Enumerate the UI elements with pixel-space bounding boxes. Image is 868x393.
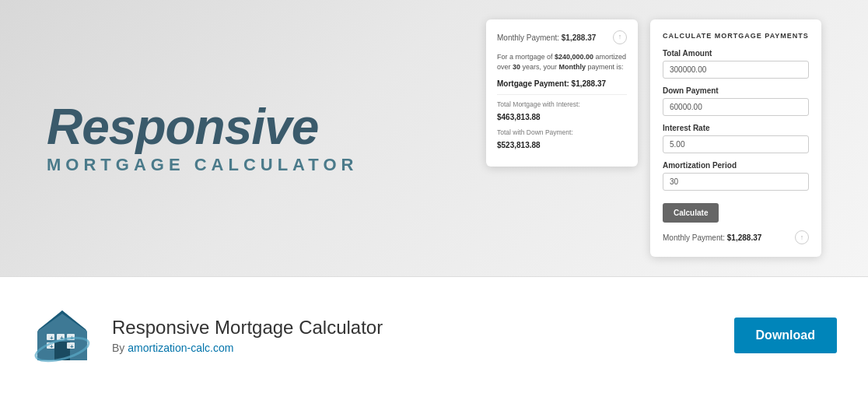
logo-title: Responsive (47, 102, 358, 152)
preview-payment-type: Monthly (559, 63, 586, 71)
preview-total-mortgage-value: $463,813.88 (497, 111, 627, 123)
preview-mortgage-label: Mortgage Payment: (497, 79, 569, 88)
input-amortization[interactable] (663, 173, 809, 191)
calc-monthly-label: Monthly Payment: $1,288.37 (663, 233, 761, 242)
field-label-amortization: Amortization Period (663, 161, 809, 170)
author-link[interactable]: amortization-calc.com (128, 342, 233, 354)
plugin-info: Responsive Mortgage Calculator By amorti… (112, 317, 734, 354)
preview-description: For a mortgage of $240,000.00 amortized … (497, 52, 627, 72)
field-interest-rate: Interest Rate (663, 124, 809, 153)
preview-amount: $240,000.00 (555, 53, 593, 61)
field-label-down-payment: Down Payment (663, 86, 809, 95)
calc-monthly-value: $1,288.37 (727, 233, 762, 242)
calc-title: Calculate Mortgage Payments (663, 32, 809, 40)
field-down-payment: Down Payment (663, 86, 809, 116)
input-interest-rate[interactable] (663, 135, 809, 153)
plugin-name: Responsive Mortgage Calculator (112, 317, 734, 339)
preview-total-down-label: Total with Down Payment: (497, 128, 627, 138)
preview-mortgage-value: $1,288.37 (572, 79, 607, 88)
preview-years: 30 (513, 63, 520, 71)
logo-area: Responsive Mortgage Calculator (47, 102, 358, 175)
download-button[interactable]: Download (734, 318, 837, 353)
svg-text:+: + (50, 335, 54, 342)
calculate-button[interactable]: Calculate (663, 203, 719, 223)
plugin-author: By amortization-calc.com (112, 342, 734, 354)
field-label-total-amount: Total Amount (663, 49, 809, 58)
top-section: Responsive Mortgage Calculator Monthly P… (0, 0, 868, 276)
share-icon[interactable]: ↑ (613, 30, 627, 44)
input-down-payment[interactable] (663, 98, 809, 116)
field-amortization: Amortization Period (663, 161, 809, 191)
preview-total-down-value: $523,813.88 (497, 139, 627, 151)
preview-card-right: Calculate Mortgage Payments Total Amount… (650, 19, 821, 257)
calc-monthly-result: Monthly Payment: $1,288.37 ↑ (663, 230, 809, 244)
svg-text:+: + (70, 343, 74, 350)
logo-subtitle: Mortgage Calculator (47, 155, 358, 175)
field-total-amount: Total Amount (663, 49, 809, 79)
bottom-section: + + + + + Responsive Mortgage Calculator… (0, 276, 868, 393)
preview-area: Monthly Payment: $1,288.37 ↑ For a mortg… (486, 19, 821, 257)
by-label: By (112, 342, 124, 354)
preview-monthly-value: $1,288.37 (562, 33, 597, 42)
preview-card-left: Monthly Payment: $1,288.37 ↑ For a mortg… (486, 19, 638, 167)
input-total-amount[interactable] (663, 61, 809, 79)
calc-share-icon[interactable]: ↑ (795, 230, 809, 244)
preview-total-mortgage-label: Total Mortgage with Interest: (497, 100, 627, 110)
preview-mortgage-row: Mortgage Payment: $1,288.37 (497, 78, 627, 89)
preview-monthly-label: Monthly Payment: $1,288.37 (497, 32, 596, 44)
field-label-interest-rate: Interest Rate (663, 124, 809, 132)
plugin-icon: + + + + + (31, 304, 93, 367)
preview-monthly-header: Monthly Payment: $1,288.37 ↑ (497, 30, 627, 44)
